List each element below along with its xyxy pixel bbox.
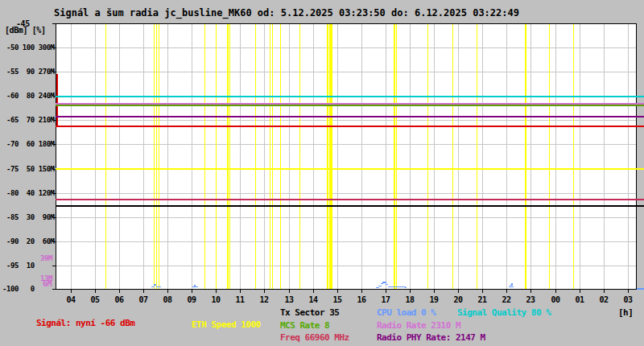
- x-axis-hour-label: 02: [597, 296, 610, 304]
- y-axis-row-label: -75 50 150M: [2, 165, 55, 173]
- x-axis-hour-label: 07: [137, 296, 150, 304]
- x-axis-hour-label: 04: [64, 296, 77, 304]
- x-axis-hour-label: 11: [233, 296, 246, 304]
- x-axis-tick: [264, 290, 265, 293]
- cpu-load-blip: [511, 283, 513, 285]
- mcs-rate-line: [56, 105, 644, 106]
- x-axis-tick: [434, 290, 435, 293]
- y-axis-tick: [52, 72, 56, 72]
- signal-start-spike: [56, 74, 58, 127]
- x-axis-tick: [482, 290, 483, 293]
- cpu-load-blip: [381, 283, 383, 284]
- y-axis-row-label: -65 70 210M: [2, 116, 55, 124]
- y-axis-tick: [52, 241, 56, 242]
- cpu-load-blip: [192, 286, 198, 287]
- y-axis-tick: [52, 289, 56, 290]
- x-axis-hour-label: 03: [621, 296, 634, 304]
- x-axis-hour-label: 20: [452, 296, 464, 304]
- radio-signal-noise-chart: Signál a šum radia jc_busline_MK60 od: 5…: [0, 0, 644, 346]
- x-axis-tick: [580, 290, 580, 293]
- legend-tx-sector: Tx Sector 35: [280, 308, 339, 318]
- x-axis-hour-label: 08: [161, 296, 174, 304]
- x-axis-tick: [361, 290, 362, 293]
- x-axis-hour-label: 19: [427, 296, 440, 304]
- x-axis-tick: [530, 290, 531, 293]
- y-axis-tick: [52, 120, 56, 121]
- x-axis-tick: [216, 290, 217, 293]
- legend-radio-phy-rate: Radio PHY Rate: 2147 M: [377, 333, 485, 343]
- cpu-load-blip: [154, 284, 156, 286]
- legend-signal: Signál: nyní -66 dBm: [36, 319, 134, 328]
- y-axis-tick: [52, 23, 56, 24]
- x-axis-tick: [506, 290, 507, 293]
- signal-line: [56, 126, 644, 127]
- x-axis-hour-label: 13: [283, 296, 295, 304]
- x-axis-hour-label: 10: [209, 296, 222, 304]
- x-axis-tick: [95, 290, 96, 293]
- cpu-load-blip: [388, 286, 406, 287]
- x-axis-tick: [386, 290, 386, 293]
- plot-area: [56, 23, 637, 290]
- x-axis-tick: [628, 290, 629, 293]
- legend-cpu-load: CPU load 0 %: [377, 308, 436, 318]
- y-axis-m-marker: 39M: [40, 254, 52, 262]
- x-axis-tick: [458, 290, 459, 293]
- y-axis-unit-label: [dBm] [%]: [5, 26, 46, 35]
- y-axis-tick: [52, 144, 56, 145]
- x-axis-hour-label: 18: [403, 296, 416, 304]
- noise-line: [56, 205, 644, 207]
- y-axis-row-label: -80 40 120M: [2, 189, 55, 197]
- legend-signal-quality: Signal Quality 80 %: [457, 308, 551, 318]
- chart-title: Signál a šum radia jc_busline_MK60 od: 5…: [54, 7, 519, 19]
- y-axis-tick: [52, 96, 56, 97]
- x-axis-tick: [71, 290, 72, 293]
- cpu-load-blip: [510, 285, 513, 286]
- cpu-load-blip: [376, 287, 379, 288]
- plot-border: [56, 23, 637, 290]
- legend-radio-rate: Radio Rate 2310 M: [377, 321, 460, 331]
- x-axis-hour-label: 06: [113, 296, 126, 304]
- freq-line: [56, 199, 644, 200]
- x-axis-tick: [192, 290, 192, 293]
- y-axis-tick: [52, 217, 56, 218]
- radio-phy-rate-line: [56, 116, 644, 117]
- x-axis-hour-label: 17: [379, 296, 392, 304]
- x-axis-hour-label: 00: [549, 296, 562, 304]
- x-axis-tick: [604, 290, 605, 293]
- x-axis-tick: [167, 290, 168, 293]
- y-axis-row-label: -100 0: [2, 285, 35, 293]
- x-axis-hour-label: 09: [185, 296, 198, 304]
- x-axis-tick: [289, 290, 290, 293]
- cpu-load-blip: [378, 286, 382, 286]
- y-axis-row-label: -70 60 180M: [2, 140, 55, 148]
- cpu-load-blip: [405, 287, 407, 288]
- cpu-load-blip: [156, 286, 161, 287]
- y-axis-tick: [52, 169, 56, 170]
- x-axis-unit-label: [h]: [618, 308, 633, 318]
- x-axis-tick: [143, 290, 144, 293]
- cpu-load-blip: [637, 288, 644, 290]
- y-axis-m-marker: 6M: [43, 279, 52, 288]
- cpu-load-blip: [509, 286, 514, 287]
- x-axis-hour-label: 14: [307, 296, 320, 304]
- signal-quality-line: [56, 96, 644, 97]
- x-axis-hour-label: 15: [331, 296, 344, 304]
- x-axis-hour-label: 23: [524, 296, 537, 304]
- x-axis-tick: [337, 290, 338, 293]
- x-axis-hour-label: 05: [89, 296, 101, 304]
- x-axis-tick: [313, 290, 314, 293]
- y-axis-tick: [52, 193, 56, 194]
- y-axis-row-label: -60 80 240M: [2, 92, 55, 100]
- y-axis-row-label: -95 10: [2, 262, 35, 270]
- y-axis-tick: [52, 266, 56, 266]
- x-axis-hour-label: 01: [573, 296, 586, 304]
- x-axis-hour-label: 21: [476, 296, 489, 304]
- cpu-load-blip: [382, 282, 386, 283]
- x-axis-tick: [240, 290, 241, 293]
- legend-freq: Freq 66960 MHz: [280, 333, 349, 343]
- legend-mcs-rate: MCS Rate 8: [280, 321, 329, 331]
- eth-speed-line: [56, 168, 644, 170]
- y-axis-tick: [52, 47, 56, 48]
- legend-eth-speed: ETH Speed 1000: [192, 320, 261, 330]
- cpu-load-blip: [194, 285, 196, 286]
